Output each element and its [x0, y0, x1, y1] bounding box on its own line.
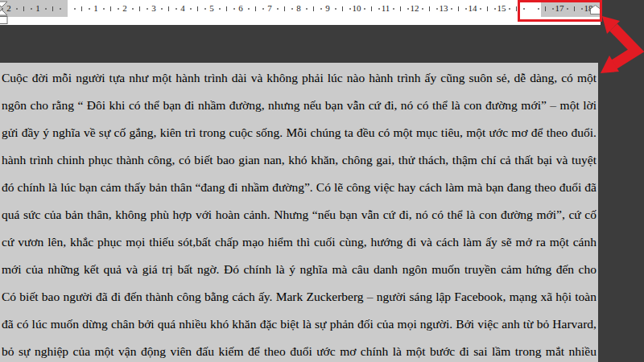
ruler-number: 12 — [411, 3, 419, 13]
ruler-half-tick — [168, 6, 169, 11]
ruler-number: 5 — [209, 3, 214, 13]
text-line[interactable]: Có biết bao người đã đi đến thành công b… — [2, 283, 597, 311]
text-line[interactable]: mới của những kết quả và giá trị bất ngờ… — [2, 256, 597, 283]
ruler-half-tick — [313, 6, 314, 11]
ruler-number: 11 — [382, 3, 390, 13]
ruler-quarter-dot — [407, 8, 409, 10]
ruler-quarter-dot — [74, 8, 76, 10]
text-line[interactable]: đã có lúc muốn dừng chân bởi quá nhiều k… — [2, 311, 597, 338]
ruler-half-tick — [81, 6, 82, 11]
text-line[interactable]: ngôn cho rằng “ Đôi khi có thể bạn đi nh… — [2, 92, 597, 119]
ruler-quarter-dot — [349, 8, 351, 10]
ruler-quarter-dot — [393, 8, 394, 10]
ruler-half-tick — [342, 6, 343, 11]
ruler-quarter-dot — [103, 8, 105, 10]
horizontal-ruler[interactable]: 211234567891011121314151718 — [0, 0, 601, 17]
ruler-quarter-dot — [422, 8, 423, 10]
ruler-quarter-dot — [89, 8, 90, 10]
ruler-quarter-dot — [436, 8, 438, 10]
ruler-quarter-dot — [335, 8, 336, 10]
left-indent-markers-icon[interactable] — [0, 1, 10, 25]
ruler-half-tick — [284, 6, 285, 11]
ruler-number: 4 — [180, 3, 185, 13]
text-line[interactable]: Cuộc đời mỗi người tựa như một hành trìn… — [2, 64, 597, 92]
ruler-quarter-dot — [219, 8, 221, 10]
ruler-quarter-dot — [147, 8, 148, 10]
paragraph: Cuộc đời mỗi người tựa như một hành trìn… — [2, 64, 597, 362]
ruler-number: 2 — [122, 3, 127, 13]
ruler-number: 6 — [238, 3, 243, 13]
ruler-number: 7 — [267, 3, 272, 13]
ruler-quarter-dot — [494, 8, 496, 10]
ruler-quarter-dot — [509, 8, 510, 10]
ruler-half-tick — [23, 6, 24, 11]
ruler-number: 15 — [497, 3, 506, 13]
text-line[interactable]: cứ vươn lên, khắc phục mọi thiếu sót,bất… — [2, 228, 597, 256]
ruler-number: 9 — [325, 3, 330, 13]
ruler-quarter-dot — [262, 8, 264, 10]
ruler-number: 3 — [151, 3, 156, 13]
ruler-quarter-dot — [233, 8, 235, 10]
document-page[interactable]: Cuộc đời mỗi người tựa như một hành trìn… — [0, 63, 598, 362]
ruler-half-tick — [52, 6, 53, 11]
ruler-number: 10 — [353, 3, 361, 13]
word-editor-window: { "colors": { "annotation_red": "#e31b23… — [0, 0, 644, 362]
text-line[interactable]: quá sức của bản thân, không phù hợp với … — [2, 201, 597, 228]
ruler-quarter-dot — [306, 8, 308, 10]
ruler-quarter-dot — [190, 8, 192, 10]
ruler-quarter-dot — [465, 8, 467, 10]
ruler-half-tick — [197, 6, 198, 11]
ruler-half-tick — [400, 6, 401, 11]
ruler-number: 13 — [440, 3, 448, 13]
ruler-quarter-dot — [320, 8, 322, 10]
ruler-half-tick — [429, 6, 430, 11]
ruler-quarter-dot — [364, 8, 365, 10]
ruler-quarter-dot — [161, 8, 163, 10]
ruler-half-tick — [487, 6, 488, 11]
ruler-quarter-dot — [277, 8, 279, 10]
ruler-quarter-dot — [204, 8, 206, 10]
ruler-quarter-dot — [378, 8, 380, 10]
text-line[interactable]: hành trình chinh phục thành công, có biế… — [2, 146, 597, 174]
ruler-quarter-dot — [480, 8, 481, 10]
ruler-half-tick — [458, 6, 459, 11]
ruler-quarter-dot — [118, 8, 119, 10]
text-line[interactable]: gửi đầy ý nghĩa về sự cố gắng, kiên trì … — [2, 119, 597, 146]
ruler-number: 14 — [469, 3, 477, 13]
annotation-highlight-box — [518, 0, 602, 22]
ruler-quarter-dot — [451, 8, 452, 10]
text-line[interactable]: đó chính là lúc bạn cảm thấy bản thân “đ… — [2, 174, 597, 201]
ruler-ticks: 211234567891011121314151718 — [0, 0, 601, 17]
ruler-half-tick — [226, 6, 227, 11]
ruler-number: 8 — [296, 3, 301, 13]
ruler-number: 1 — [93, 3, 98, 13]
ruler-quarter-dot — [45, 8, 47, 10]
ruler-quarter-dot — [16, 8, 18, 10]
ruler-quarter-dot — [175, 8, 177, 10]
ruler-half-tick — [139, 6, 140, 11]
ruler-quarter-dot — [291, 8, 293, 10]
ruler-half-tick — [516, 6, 517, 11]
ruler-half-tick — [255, 6, 256, 11]
ruler-quarter-dot — [248, 8, 250, 10]
ruler-half-tick — [110, 6, 111, 11]
ruler-lower-strip — [0, 17, 601, 25]
ruler-number: 1 — [35, 3, 40, 13]
ruler-quarter-dot — [60, 8, 61, 10]
ruler-half-tick — [371, 6, 372, 11]
ruler-quarter-dot — [31, 8, 32, 10]
text-line[interactable]: bỏ sự nghiệp của một vận động viên đấu k… — [2, 338, 597, 362]
ruler-quarter-dot — [132, 8, 134, 10]
